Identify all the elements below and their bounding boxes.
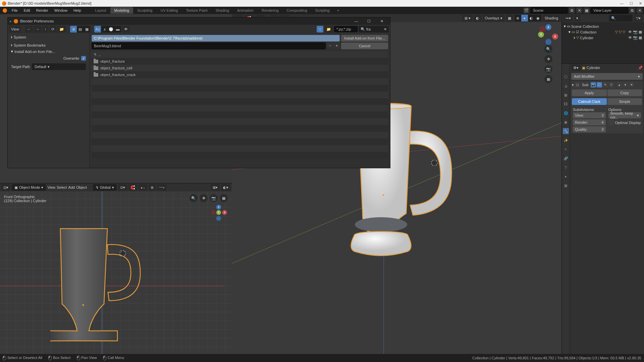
ws-rendering[interactable]: Rendering — [258, 7, 283, 14]
window-close-button[interactable]: ✕ — [639, 1, 642, 6]
fb-back-button[interactable]: ← — [25, 26, 33, 33]
gizmo-zoom-icon[interactable]: 🔍 — [544, 45, 552, 53]
file-row-fracture-crack[interactable]: object_fracture_crack — [92, 71, 388, 78]
dialog-maximize-button[interactable]: ☐ — [363, 18, 375, 24]
fb-sort-time[interactable]: 🕐 — [108, 26, 114, 33]
outliner-root-row[interactable]: ▾ ▭ Scene Collection — [564, 23, 642, 29]
viewlayer-delete-button[interactable]: ✕ — [637, 7, 643, 13]
fb-display-thumb[interactable]: ▦ — [84, 26, 90, 33]
outliner-filter[interactable]: ▽▾ — [634, 15, 643, 21]
properties-editor-type[interactable]: ⚙▾ — [571, 64, 581, 71]
filebrowser-path-input[interactable] — [92, 35, 340, 42]
outliner-object-row[interactable]: ▽ Cylinder 👁 📷 ▦ — [564, 35, 642, 41]
axis-z[interactable]: Z — [545, 24, 551, 30]
overlays-toggle[interactable]: ◐ — [474, 15, 481, 21]
mod-render-toggle[interactable]: 📷 — [591, 82, 596, 87]
outliner-display-mode[interactable]: ▾ — [574, 15, 580, 21]
xray-toggle[interactable]: ▦ — [506, 15, 513, 21]
menu-file[interactable]: File — [9, 7, 20, 13]
outliner-search[interactable]: 🔍 — [609, 15, 633, 21]
shading-solid-button[interactable]: ● — [521, 15, 528, 21]
tab-render-icon[interactable]: 🖵 — [563, 74, 569, 80]
viewlayer-new-button[interactable]: ⧉ — [629, 7, 635, 13]
mod-editmode-toggle[interactable]: ✎ — [603, 82, 608, 87]
nav-gizmo-left[interactable]: Z Y X — [211, 205, 226, 220]
fb-display-short[interactable]: ▤ — [77, 26, 84, 33]
gizmo-camera-icon[interactable]: 📷 — [544, 65, 552, 73]
fb-showhidden-toggle[interactable]: 👁 — [122, 26, 130, 33]
scene-delete-button[interactable]: ✕ — [576, 7, 582, 13]
vp-menu-view[interactable]: View — [47, 185, 55, 189]
fb-forward-button[interactable]: → — [34, 26, 42, 33]
ws-uvediting[interactable]: UV Editing — [156, 7, 182, 14]
mod-name[interactable]: Sub — [581, 83, 590, 87]
fb-sort-alpha[interactable]: Aᴢ — [94, 26, 101, 33]
fb-search-field[interactable]: 🔍 fra✕ — [359, 26, 389, 33]
scene-name-field[interactable]: Scene — [531, 7, 568, 13]
tab-texture-icon[interactable]: ▦ — [563, 182, 569, 188]
vp-menu-select[interactable]: Select — [57, 185, 67, 189]
fb-up-button[interactable]: ↑ — [43, 26, 49, 33]
fb-view-menu[interactable]: View — [9, 26, 21, 33]
vp-menu-object[interactable]: Object — [76, 185, 87, 189]
filebrowser-cancel-button[interactable]: Cancel — [341, 43, 388, 49]
vp-snap-dropdown[interactable]: ⬧▾ — [139, 184, 147, 191]
file-row-parent[interactable]: ↰.. — [92, 51, 388, 58]
gizmo-camera-left-icon[interactable]: 📷 — [210, 194, 218, 202]
fb-target-dropdown[interactable]: Default ▾ — [32, 63, 86, 70]
fb-filter-folder-toggle[interactable]: 📁 — [324, 26, 333, 33]
ws-add-button[interactable]: + — [334, 7, 342, 14]
filebrowser-decrement-button[interactable]: − — [327, 43, 333, 49]
ws-layout[interactable]: Layout — [91, 7, 110, 14]
ws-scripting[interactable]: Scripting — [311, 7, 334, 14]
filebrowser-install-button[interactable]: Install Add-on from File... — [341, 35, 388, 42]
window-minimize-button[interactable]: — — [620, 1, 624, 6]
tab-modifiers-icon[interactable]: 🔧 — [563, 128, 569, 134]
mod-cage-toggle[interactable]: ▽ — [609, 82, 614, 87]
shading-rendered-button[interactable]: ◉ — [535, 15, 541, 21]
viewport-3d-left[interactable]: ⊡▾ ▣ Object Mode ▾ View Select Add Objec… — [0, 183, 232, 354]
mod-catmull-button[interactable]: Catmull-Clark — [572, 98, 607, 105]
axis-x[interactable]: X — [552, 34, 558, 40]
filebrowser-filename-field[interactable]: BeerMug3.blend — [92, 43, 326, 49]
axis-neg-z[interactable] — [545, 39, 551, 45]
vp-overlay-dropdown[interactable]: ◐▾ — [221, 184, 230, 191]
fb-side-system[interactable]: System — [8, 34, 89, 40]
dialog-titlebar[interactable]: ▸ Blender Preferences — ☐ ✕ — [8, 17, 390, 25]
add-modifier-dropdown[interactable]: Add Modifier▾ — [571, 73, 643, 80]
menu-render[interactable]: Render — [34, 7, 51, 13]
viewlayer-icon[interactable]: ▦ — [584, 7, 590, 13]
outliner-collection-row[interactable]: ▾ ▭ ☑ Collection ▽ ▽ ▽ 👁 📷 ▦ — [564, 29, 642, 35]
mod-quality-field[interactable]: Quality:3 — [573, 126, 606, 132]
mod-optimal-row[interactable]: Optimal Display — [608, 119, 641, 126]
gizmo-ortho-left-icon[interactable]: ▦ — [220, 194, 228, 202]
vp-pivot-dropdown[interactable]: ⊙▾ — [118, 184, 127, 191]
tab-world-icon[interactable]: 🌐 — [563, 110, 569, 116]
viewlayer-name-field[interactable]: View Layer — [591, 7, 628, 13]
scene-new-button[interactable]: ⧉ — [569, 7, 575, 13]
fb-filter-ext-field[interactable]: *.py;*.zip — [334, 26, 358, 32]
tab-scene-icon[interactable]: 🎞 — [563, 101, 569, 107]
tab-viewlayer-icon[interactable]: ▦ — [563, 92, 569, 98]
fb-sort-ext[interactable]: .ᴇ — [101, 26, 108, 33]
gizmo-zoom-left-icon[interactable]: 🔍 — [190, 194, 198, 202]
file-row-fracture[interactable]: object_fracture — [92, 58, 388, 65]
mod-simple-button[interactable]: Simple — [607, 98, 642, 105]
tab-output-icon[interactable]: 🖨 — [563, 83, 569, 89]
vp-proportional-toggle[interactable]: ⊚ — [149, 184, 156, 191]
tab-particles-icon[interactable]: ✨ — [563, 137, 569, 143]
fb-sort-size[interactable]: ▬ — [114, 26, 121, 33]
gizmo-pan-left-icon[interactable]: ✥ — [200, 194, 208, 202]
menu-edit[interactable]: Edit — [21, 7, 33, 13]
mod-uvsmooth-field[interactable]: Smooth, keep cor.. ▾ — [608, 112, 641, 118]
tab-object-icon[interactable]: ▣ — [563, 119, 569, 125]
blender-icon[interactable] — [3, 8, 7, 13]
shading-dropdown[interactable]: Shading — [543, 15, 560, 21]
fb-refresh-button[interactable]: ⟳ — [49, 26, 56, 33]
file-row-fracture-cell[interactable]: object_fracture_cell — [92, 65, 388, 71]
tab-constraints-icon[interactable]: 🔗 — [563, 155, 569, 161]
orientation-dropdown[interactable]: ↯ Global ▾ — [93, 184, 117, 191]
nav-gizmo[interactable]: Z Y X — [539, 25, 557, 43]
scene-browse-icon[interactable]: 🎬 — [523, 7, 529, 13]
fb-side-bookmarks[interactable]: System Bookmarks — [8, 42, 89, 48]
